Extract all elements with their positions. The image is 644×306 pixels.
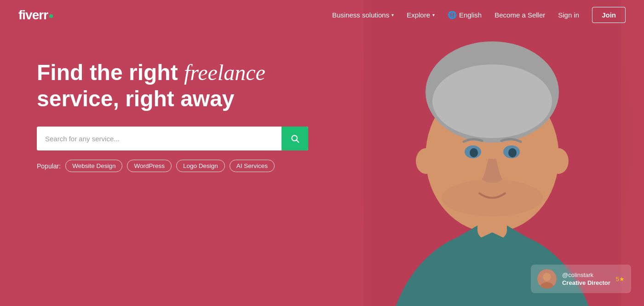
- svg-point-9: [508, 148, 517, 157]
- svg-point-16: [543, 273, 551, 281]
- popular-tag-website-design[interactable]: Website Design: [65, 160, 122, 172]
- svg-point-8: [470, 148, 478, 157]
- user-title: Creative Director: [562, 279, 610, 286]
- popular-label: Popular:: [37, 162, 61, 170]
- logo-text: fiverr: [18, 8, 48, 23]
- headline-italic: freelance: [184, 60, 265, 85]
- navbar: fiverr Business solutions ▾ Explore ▾ 🌐 …: [0, 0, 644, 30]
- sign-in-label: Sign in: [558, 11, 579, 19]
- logo-dot: [49, 14, 53, 18]
- hero-content: Find the right freelance service, right …: [37, 60, 308, 172]
- become-seller-label: Become a Seller: [494, 11, 545, 19]
- join-button[interactable]: Join: [592, 7, 626, 23]
- chevron-down-icon: ▾: [391, 12, 394, 17]
- headline-text-2: service, right away: [37, 87, 235, 111]
- hero-headline: Find the right freelance service, right …: [37, 60, 308, 112]
- headline-text-1: Find the right: [37, 60, 184, 85]
- person-svg: [363, 0, 621, 306]
- hero-person-image: [322, 0, 644, 306]
- chevron-down-icon-explore: ▾: [432, 12, 435, 17]
- business-solutions-menu[interactable]: Business solutions ▾: [332, 11, 394, 19]
- svg-point-5: [432, 64, 552, 138]
- globe-icon: 🌐: [448, 11, 457, 19]
- user-handle: @colinstark: [562, 271, 610, 278]
- language-label: English: [459, 11, 482, 19]
- search-icon: [290, 134, 299, 143]
- avatar: [537, 269, 557, 289]
- business-solutions-label: Business solutions: [332, 11, 389, 19]
- svg-point-12: [442, 179, 543, 216]
- explore-menu[interactable]: Explore ▾: [407, 11, 435, 19]
- rating-stars: 5★: [616, 276, 625, 283]
- user-rating: 5★: [616, 276, 625, 283]
- popular-tag-logo-design[interactable]: Logo Design: [176, 160, 225, 172]
- search-bar: [37, 127, 308, 150]
- hero-section: fiverr Business solutions ▾ Explore ▾ 🌐 …: [0, 0, 644, 306]
- svg-line-14: [297, 140, 299, 143]
- user-card: @colinstark Creative Director 5★: [531, 265, 631, 293]
- popular-tag-ai-services[interactable]: AI Services: [230, 160, 275, 172]
- user-info: @colinstark Creative Director: [562, 271, 610, 286]
- popular-row: Popular: Website Design WordPress Logo D…: [37, 160, 308, 172]
- logo[interactable]: fiverr: [18, 8, 53, 23]
- nav-links: Business solutions ▾ Explore ▾ 🌐 English…: [332, 7, 626, 23]
- become-seller-link[interactable]: Become a Seller: [494, 11, 545, 19]
- svg-point-10: [416, 148, 436, 174]
- explore-label: Explore: [407, 11, 430, 19]
- popular-tag-wordpress[interactable]: WordPress: [127, 160, 172, 172]
- sign-in-link[interactable]: Sign in: [558, 11, 579, 19]
- search-button[interactable]: [282, 127, 308, 150]
- language-selector[interactable]: 🌐 English: [448, 11, 482, 19]
- svg-point-11: [548, 148, 569, 174]
- search-input[interactable]: [37, 127, 282, 150]
- avatar-image: [537, 269, 557, 289]
